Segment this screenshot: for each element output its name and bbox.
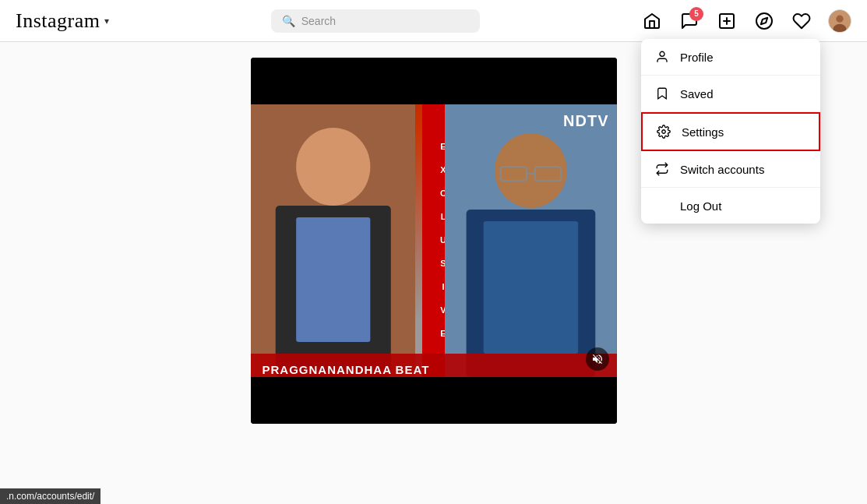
switch-icon [655, 162, 669, 176]
status-url: .n.com/accounts/edit/ [6, 491, 94, 502]
search-bar[interactable]: 🔍 Search [271, 9, 480, 33]
new-post-button[interactable] [716, 10, 738, 32]
svg-point-9 [296, 128, 370, 206]
menu-item-settings[interactable]: Settings [641, 112, 820, 151]
notification-badge: 5 [689, 7, 703, 21]
person-icon [655, 50, 669, 64]
top-navigation: Instagram ▾ 🔍 Search 5 [0, 0, 867, 42]
header-actions: 5 [641, 9, 851, 33]
menu-item-switch[interactable]: Switch accounts [641, 151, 820, 188]
search-placeholder-text: Search [301, 15, 336, 27]
profile-avatar[interactable] [828, 9, 851, 33]
video-bottom [251, 377, 617, 424]
settings-icon [657, 125, 671, 139]
logout-icon [655, 199, 669, 213]
mute-button[interactable] [586, 347, 609, 371]
menu-saved-label: Saved [680, 87, 714, 100]
video-content: E X C L U S I V E [251, 58, 617, 424]
home-button[interactable] [641, 10, 663, 32]
menu-settings-label: Settings [682, 125, 724, 139]
menu-profile-label: Profile [680, 51, 714, 64]
menu-item-saved[interactable]: Saved [641, 76, 820, 112]
svg-marker-4 [761, 17, 767, 23]
search-icon: 🔍 [282, 15, 295, 27]
favorites-button[interactable] [791, 10, 812, 32]
bookmark-icon [655, 86, 669, 100]
menu-item-profile[interactable]: Profile [641, 39, 820, 76]
logo-chevron-icon[interactable]: ▾ [104, 16, 109, 26]
svg-point-20 [662, 130, 666, 134]
menu-item-logout[interactable]: Log Out [641, 188, 820, 224]
explore-button[interactable] [753, 10, 775, 32]
person-right [445, 104, 617, 377]
instagram-logo[interactable]: Instagram [16, 9, 100, 33]
svg-point-19 [660, 51, 664, 56]
ndtv-logo: NDTV [563, 112, 608, 130]
post-container: E X C L U S I V E [251, 58, 617, 424]
post-image: E X C L U S I V E [251, 58, 617, 424]
svg-point-3 [756, 13, 772, 29]
messages-button[interactable]: 5 [678, 10, 700, 32]
svg-point-6 [836, 15, 843, 22]
status-bar: .n.com/accounts/edit/ [0, 488, 100, 504]
svg-rect-15 [483, 221, 577, 354]
menu-switch-label: Switch accounts [680, 163, 764, 176]
dropdown-menu: Profile Saved Settings [641, 39, 820, 224]
video-middle: E X C L U S I V E [251, 104, 617, 377]
caption-text: PRAGGNANANDHAA BEAT [263, 363, 430, 376]
person-left [251, 104, 416, 377]
svg-rect-11 [296, 217, 370, 342]
svg-point-13 [495, 133, 567, 208]
video-top-bar [251, 58, 617, 104]
menu-logout-label: Log Out [680, 199, 721, 213]
header-left: Instagram ▾ [16, 9, 109, 33]
